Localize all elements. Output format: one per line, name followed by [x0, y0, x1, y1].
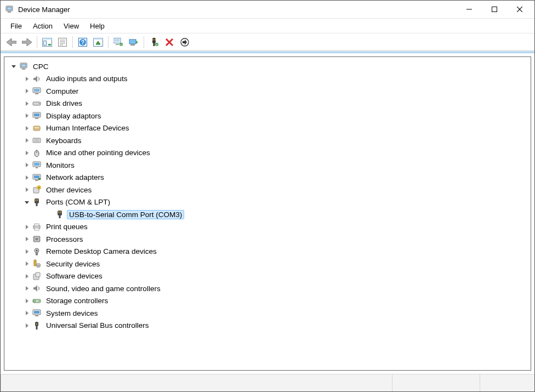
- tree-node-computer[interactable]: Computer: [7, 85, 528, 98]
- tree-node-ports[interactable]: Ports (COM & LPT): [7, 196, 528, 209]
- svg-rect-63: [34, 175, 39, 178]
- tree-node-mouse[interactable]: Mice and other pointing devices: [7, 147, 528, 160]
- menu-file[interactable]: File: [5, 20, 27, 32]
- root-icon: [19, 61, 29, 71]
- chevron-right-icon[interactable]: [23, 260, 31, 268]
- tree-node-cpu[interactable]: Processors: [7, 233, 528, 246]
- chevron-down-icon[interactable]: [10, 63, 18, 70]
- svg-rect-78: [35, 224, 39, 226]
- chevron-right-icon[interactable]: [23, 248, 31, 255]
- svg-rect-20: [94, 38, 103, 39]
- tree-item-label: USB-to-Serial Comm Port (COM3): [67, 210, 184, 219]
- tree-node-monitor[interactable]: Monitors: [7, 159, 528, 172]
- svg-rect-79: [35, 228, 39, 230]
- properties-button[interactable]: [55, 35, 70, 50]
- maximize-button[interactable]: [482, 1, 507, 18]
- tree-node-other[interactable]: ?Other devices: [7, 184, 528, 196]
- chevron-right-icon[interactable]: [23, 223, 31, 231]
- tree-node-storage[interactable]: Storage controllers: [7, 295, 528, 308]
- svg-rect-64: [35, 180, 38, 181]
- enable-device-button[interactable]: [126, 35, 141, 50]
- chevron-right-icon[interactable]: [23, 186, 31, 194]
- tree-node-audio[interactable]: Audio inputs and outputs: [7, 73, 528, 86]
- svg-rect-70: [36, 199, 37, 201]
- tree-item-label: Audio inputs and outputs: [44, 74, 130, 83]
- chevron-right-icon[interactable]: [23, 75, 31, 83]
- tree-node-system[interactable]: System devices: [7, 307, 528, 320]
- network-icon: [32, 173, 42, 183]
- minimize-button[interactable]: [457, 1, 482, 18]
- svg-point-104: [36, 323, 37, 325]
- chevron-right-icon[interactable]: [23, 161, 31, 169]
- tree-item-label: Sound, video and game controllers: [44, 284, 163, 293]
- menubar: File Action View Help: [1, 18, 534, 33]
- chevron-right-icon[interactable]: [23, 87, 31, 95]
- disable-device-button[interactable]: [177, 35, 192, 50]
- statusbar: [1, 374, 534, 391]
- tree-item-label: Print queues: [44, 222, 90, 231]
- app-icon: [5, 5, 14, 14]
- update-driver-button[interactable]: +: [111, 35, 126, 50]
- chevron-right-icon[interactable]: [23, 100, 31, 107]
- show-hide-console-tree-button[interactable]: [39, 35, 55, 50]
- svg-rect-44: [34, 89, 39, 92]
- tree-node-usb-serial[interactable]: USB-to-Serial Comm Port (COM3): [7, 208, 528, 221]
- svg-rect-50: [35, 118, 38, 119]
- svg-rect-90: [36, 253, 38, 255]
- tree-node-security[interactable]: Security devices: [7, 258, 528, 270]
- svg-rect-81: [36, 238, 38, 241]
- tree-node-usb[interactable]: Universal Serial Bus controllers: [7, 320, 528, 332]
- chevron-right-icon[interactable]: [23, 272, 31, 280]
- tree-root-node[interactable]: CPC: [7, 60, 528, 73]
- svg-rect-73: [58, 211, 62, 215]
- chevron-right-icon[interactable]: [23, 124, 31, 132]
- menu-action[interactable]: Action: [27, 20, 58, 32]
- chevron-right-icon[interactable]: [23, 322, 31, 329]
- tree-node-disk[interactable]: Disk drives: [7, 98, 528, 110]
- chevron-right-icon[interactable]: [23, 149, 31, 157]
- menu-view[interactable]: View: [58, 20, 84, 32]
- svg-rect-42: [22, 69, 25, 70]
- print-icon: [32, 222, 42, 232]
- forward-button[interactable]: [19, 35, 35, 50]
- svg-rect-101: [35, 315, 38, 316]
- chevron-right-icon[interactable]: [23, 235, 31, 243]
- svg-rect-4: [492, 7, 497, 12]
- tree-node-sound[interactable]: Sound, video and game controllers: [7, 282, 528, 295]
- tree-item-label: Ports (COM & LPT): [44, 197, 112, 207]
- tree-node-hid[interactable]: Human Interface Devices: [7, 122, 528, 135]
- help-button[interactable]: ?: [75, 35, 90, 50]
- close-button[interactable]: [507, 1, 532, 18]
- chevron-right-icon[interactable]: [23, 309, 31, 317]
- chevron-right-icon[interactable]: [23, 297, 31, 305]
- chevron-down-icon[interactable]: [23, 198, 31, 206]
- scan-hardware-button[interactable]: [90, 35, 106, 50]
- menu-help[interactable]: Help: [84, 20, 110, 32]
- tree-node-camera[interactable]: Remote Desktop Camera devices: [7, 246, 528, 258]
- tree-node-network[interactable]: Network adapters: [7, 172, 528, 184]
- tree-node-print[interactable]: Print queues: [7, 221, 528, 234]
- security-icon: [32, 259, 42, 269]
- chevron-right-icon[interactable]: [23, 285, 31, 292]
- chevron-right-icon[interactable]: [23, 137, 31, 144]
- tree-item-label: CPC: [31, 62, 51, 71]
- add-driver-button[interactable]: +: [146, 35, 162, 50]
- monitor-icon: [32, 160, 42, 170]
- statusbar-segment: [392, 374, 480, 391]
- uninstall-device-button[interactable]: [162, 35, 177, 50]
- cpu-icon: [32, 234, 42, 244]
- svg-rect-41: [21, 64, 26, 67]
- chevron-right-icon[interactable]: [23, 112, 31, 120]
- back-button[interactable]: [4, 35, 19, 50]
- other-icon: ?: [32, 185, 42, 195]
- tree-node-display[interactable]: Display adaptors: [7, 110, 528, 122]
- tree-item-label: Universal Serial Bus controllers: [44, 321, 151, 330]
- tree-item-label: Human Interface Devices: [44, 123, 132, 133]
- svg-rect-74: [59, 212, 60, 213]
- keyboard-icon: [32, 135, 42, 145]
- chevron-right-icon[interactable]: [23, 174, 31, 181]
- tree-node-keyboard[interactable]: Keyboards: [7, 134, 528, 147]
- tree-node-software[interactable]: Software devices: [7, 270, 528, 283]
- svg-rect-61: [36, 167, 38, 168]
- tree-item-label: Software devices: [44, 271, 105, 281]
